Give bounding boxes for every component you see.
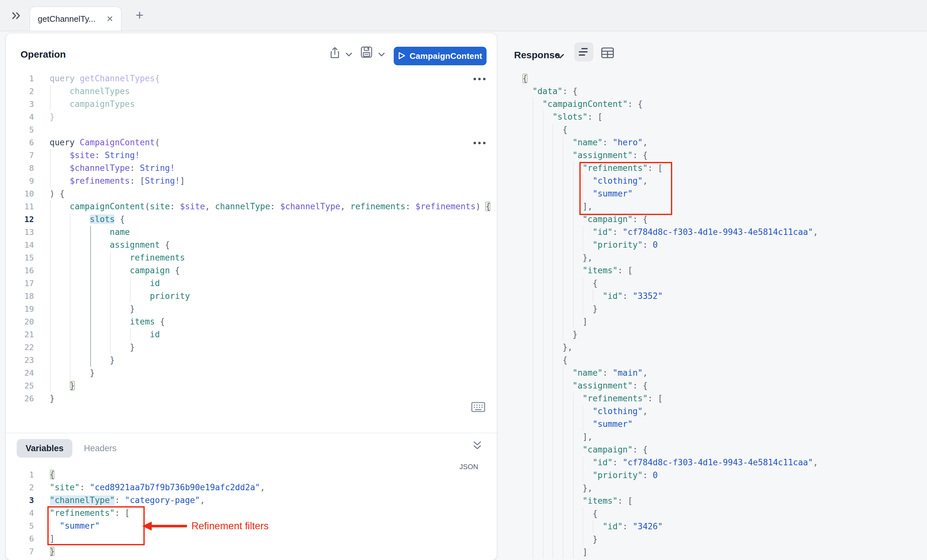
indent-guide (110, 290, 111, 302)
share-dropdown-button[interactable] (346, 52, 352, 57)
annotation-arrow-icon (142, 521, 152, 530)
indent-guide (50, 162, 50, 175)
code-line[interactable]: "assignment": { (523, 149, 907, 162)
code-line[interactable]: }, (523, 251, 907, 264)
keyboard-shortcuts-icon[interactable] (471, 402, 485, 412)
code-line[interactable]: } (50, 354, 495, 366)
code-line[interactable]: ], (523, 430, 907, 443)
code-line[interactable]: "campaignContent": { (523, 98, 907, 111)
indent-guide (70, 328, 71, 341)
code-line[interactable]: "channelType": "category-page", (50, 494, 495, 507)
new-tab-button[interactable]: + (132, 8, 147, 23)
code-line[interactable]: } (50, 302, 495, 315)
code-line[interactable]: ) { (50, 187, 495, 200)
code-line[interactable]: query CampaignContent( (50, 136, 495, 149)
code-line[interactable]: } (50, 366, 495, 379)
code-line[interactable]: { (523, 72, 907, 85)
code-line[interactable]: "clothing", (523, 405, 907, 417)
line-number: 8 (13, 162, 34, 175)
code-line[interactable]: assignment { (50, 238, 495, 251)
tab-variables[interactable]: Variables (17, 439, 73, 457)
share-button[interactable] (329, 46, 340, 59)
code-line[interactable]: name (50, 226, 495, 238)
code-line[interactable]: } (523, 302, 907, 315)
code-line[interactable]: } (50, 379, 495, 392)
save-button[interactable] (360, 46, 372, 58)
code-line[interactable]: }, (523, 341, 907, 354)
code-line[interactable]: "assignment": { (523, 379, 907, 392)
pretty-view-toggle[interactable] (574, 42, 593, 61)
collapse-section-button[interactable] (473, 441, 482, 449)
code-line[interactable]: "slots": [ (523, 111, 907, 123)
code-line[interactable]: $refinements: [String!] (50, 175, 495, 187)
code-line[interactable]: $channelType: String! (50, 162, 495, 175)
code-line[interactable]: "data": { (523, 85, 907, 98)
code-line[interactable]: "refinements": [ (523, 392, 907, 405)
code-line[interactable]: { (523, 123, 907, 136)
code-line[interactable]: } (523, 328, 907, 341)
operation-menu-icon[interactable]: ●●● (471, 73, 490, 83)
close-icon[interactable]: ✕ (102, 15, 113, 23)
code-line[interactable]: slots { (50, 213, 495, 226)
indent-guide (130, 277, 131, 290)
code-line[interactable]: ] (523, 546, 907, 558)
code-line[interactable]: "campaign": { (523, 443, 907, 456)
code-line[interactable]: }, (523, 482, 907, 495)
operation-editor[interactable]: query getChannelTypes{ channelTypes camp… (50, 72, 495, 405)
table-view-toggle[interactable] (599, 44, 616, 61)
code-line[interactable]: "name": "main", (523, 366, 907, 379)
code-line[interactable]: "name": "hero", (523, 136, 907, 149)
code-line[interactable]: campaignContent(site: $site, channelType… (50, 200, 495, 213)
code-line[interactable]: } (50, 392, 495, 405)
code-line[interactable]: } (50, 111, 495, 123)
code-line[interactable]: } (523, 533, 907, 546)
tab-headers[interactable]: Headers (84, 439, 117, 457)
code-line[interactable]: { (50, 469, 495, 481)
code-line[interactable]: "items": [ (523, 495, 907, 507)
code-line[interactable]: { (523, 354, 907, 366)
code-line[interactable]: refinements (50, 251, 495, 264)
code-line[interactable]: id (50, 277, 495, 290)
save-dropdown-button[interactable] (378, 52, 385, 57)
indent-guide (533, 251, 533, 264)
response-panel-title[interactable]: Response (514, 49, 560, 60)
code-line[interactable]: "id": "3352" (523, 290, 907, 302)
code-line[interactable]: { (523, 507, 907, 520)
code-line[interactable]: "priority": 0 (523, 469, 907, 482)
code-line[interactable]: } (50, 545, 495, 558)
indent-guide (573, 430, 574, 443)
plus-icon: + (136, 8, 144, 23)
indent-guide (563, 392, 563, 405)
response-viewer[interactable]: { "data": { "campaignContent": { "slots"… (523, 72, 907, 558)
code-line[interactable]: priority (50, 290, 495, 302)
code-line[interactable] (50, 123, 495, 136)
tab-getchanneltypes[interactable]: getChannelTy... ✕ (29, 6, 122, 31)
run-operation-button[interactable]: CampaignContent (394, 46, 486, 65)
chevron-down-icon[interactable] (556, 54, 564, 59)
indent-guide (553, 354, 553, 366)
code-line[interactable]: "site": "ced8921aa7b7f9b736b90e19afc2dd2… (50, 481, 495, 494)
code-line[interactable]: { (523, 277, 907, 290)
code-line[interactable]: "items": [ (523, 264, 907, 277)
code-line[interactable]: "summer" (523, 417, 907, 430)
code-line[interactable]: channelTypes (50, 85, 495, 98)
indent-guide (50, 98, 50, 111)
code-line[interactable]: query getChannelTypes{ (50, 72, 495, 85)
code-line[interactable]: campaign { (50, 264, 495, 277)
code-line[interactable]: items { (50, 315, 495, 328)
indent-guide (50, 85, 50, 98)
indent-guide (573, 251, 574, 264)
code-line[interactable]: campaignTypes (50, 98, 495, 111)
code-line[interactable]: } (50, 341, 495, 354)
indent-guide (563, 469, 563, 482)
code-line[interactable]: "id": "cf784d8c-f303-4d1e-9943-4e5814c11… (523, 456, 907, 469)
code-line[interactable]: id (50, 328, 495, 341)
operation-menu-icon[interactable]: ●●● (471, 137, 490, 147)
code-line[interactable]: $site: String! (50, 149, 495, 162)
sidebar-expand-button[interactable] (8, 7, 24, 24)
code-line[interactable]: ] (523, 315, 907, 328)
code-line[interactable]: "priority": 0 (523, 238, 907, 251)
code-line[interactable]: "id": "cf784d8c-f303-4d1e-9943-4e5814c11… (523, 226, 907, 238)
code-line[interactable]: "campaign": { (523, 213, 907, 226)
code-line[interactable]: "id": "3426" (523, 520, 907, 533)
